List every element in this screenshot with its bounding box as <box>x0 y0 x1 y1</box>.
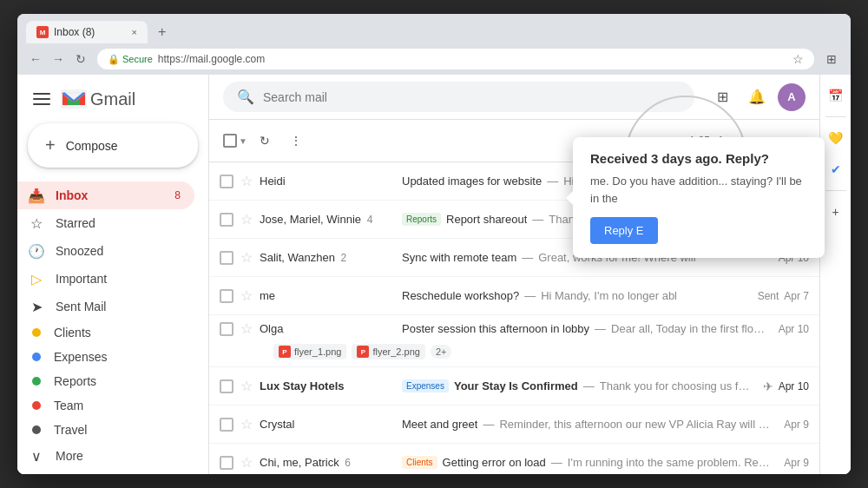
email-star[interactable]: ☆ <box>240 249 253 266</box>
right-keep-icon[interactable]: 💛 <box>824 126 848 150</box>
email-star[interactable]: ☆ <box>240 287 253 304</box>
user-avatar[interactable]: A <box>778 83 806 111</box>
tab-bar: M Inbox (8) × + <box>26 21 842 43</box>
sidebar-item-sent[interactable]: ➤ Sent Mail <box>17 293 194 320</box>
clients-dot <box>32 328 41 337</box>
tag-badge-reports: Reports <box>402 213 441 226</box>
sidebar-item-more[interactable]: ∨ More <box>17 442 194 470</box>
attachment-chip[interactable]: P flyer_1.png <box>273 344 346 359</box>
sidebar-label-inbox: Inbox <box>56 188 164 202</box>
nav-refresh-btn[interactable]: ↻ <box>71 49 90 69</box>
sidebar-item-travel[interactable]: Travel <box>17 418 194 442</box>
extensions-btn[interactable]: ⊞ <box>821 49 842 69</box>
email-star[interactable]: ☆ <box>240 320 253 337</box>
bookmark-icon[interactable]: ☆ <box>792 52 804 66</box>
browser-actions: ⊞ <box>821 49 842 69</box>
email-star[interactable]: ☆ <box>240 416 253 432</box>
right-tasks-icon[interactable]: ✔ <box>824 157 848 181</box>
nav-buttons: ← → ↻ <box>26 49 90 69</box>
apps-btn[interactable]: ⊞ <box>708 83 736 111</box>
sidebar-item-starred[interactable]: ☆ Starred <box>17 209 194 237</box>
email-star[interactable]: ☆ <box>240 211 253 228</box>
gmail-tab[interactable]: M Inbox (8) × <box>26 21 148 43</box>
email-checkbox[interactable] <box>220 213 233 227</box>
email-subject: Your Stay Is Confirmed <box>454 379 578 392</box>
tab-close-btn[interactable]: × <box>132 27 137 37</box>
email-sender: Crystal <box>260 418 398 431</box>
right-calendar-icon[interactable]: 📅 <box>824 83 848 108</box>
sidebar-item-important[interactable]: ▷ Important <box>17 265 194 293</box>
email-checkbox[interactable] <box>220 289 233 303</box>
email-row[interactable]: ☆ me Reschedule workshop? — Hi Mandy, I'… <box>209 277 819 315</box>
sidebar-label-reports: Reports <box>54 374 181 388</box>
email-checkbox[interactable] <box>220 379 233 393</box>
email-sender: Lux Stay Hotels <box>260 379 398 392</box>
sidebar: Gmail + Compose 📥 Inbox 8 ☆ Starred 🕐 Sn… <box>17 75 208 474</box>
search-input[interactable] <box>263 90 681 104</box>
email-checkbox[interactable] <box>220 175 233 188</box>
email-meta: ✈ Apr 10 <box>763 379 809 393</box>
email-date: Apr 7 <box>784 290 809 302</box>
email-subject: Sync with remote team <box>402 251 516 264</box>
gmail-logo-text: Gmail <box>90 89 135 109</box>
right-add-icon[interactable]: + <box>824 200 848 224</box>
more-icon: ∨ <box>28 447 45 465</box>
search-bar[interactable]: 🔍 <box>223 82 694 112</box>
email-row[interactable]: ☆ Olga Poster session this afternoon in … <box>209 315 819 367</box>
reply-button[interactable]: Reply E <box>590 217 658 244</box>
email-star[interactable]: ☆ <box>240 378 253 394</box>
nav-forward-btn[interactable]: → <box>49 49 68 69</box>
email-content: Meet and greet — Reminder, this afternoo… <box>402 418 773 431</box>
send-label: Sent <box>758 290 779 302</box>
sidebar-item-clients[interactable]: Clients <box>17 320 194 345</box>
email-meta: Sent Apr 7 <box>758 290 809 302</box>
email-row[interactable]: ☆ Crystal Meet and greet — Reminder, thi… <box>209 406 819 444</box>
pdf-icon: P <box>357 346 369 358</box>
email-row[interactable]: ☆ Chi, me, Patrick 6 Clients Getting err… <box>209 444 819 474</box>
notifications-btn[interactable]: 🔔 <box>743 83 771 111</box>
email-date: Apr 9 <box>784 457 809 469</box>
email-star[interactable]: ☆ <box>240 173 253 189</box>
email-date: Apr 10 <box>779 380 809 392</box>
email-sender: Chi, me, Patrick 6 <box>260 456 398 469</box>
flight-icon: ✈ <box>763 379 773 393</box>
starred-icon: ☆ <box>28 214 45 232</box>
email-date: Apr 10 <box>779 323 809 335</box>
attachment-chip[interactable]: P flyer_2.png <box>352 344 424 359</box>
email-checkbox[interactable] <box>220 456 233 470</box>
email-checkbox[interactable] <box>220 418 233 432</box>
sidebar-item-team[interactable]: Team <box>17 393 194 418</box>
more-options-btn[interactable]: ⋮ <box>282 127 310 155</box>
hamburger-menu-btn[interactable] <box>31 89 52 109</box>
email-row[interactable]: ☆ Lux Stay Hotels Expenses Your Stay Is … <box>209 367 819 406</box>
sidebar-item-inbox[interactable]: 📥 Inbox 8 <box>17 181 194 209</box>
email-subject: Poster session this afternoon in lobby <box>402 322 589 335</box>
sidebar-label-starred: Starred <box>56 216 181 230</box>
email-checkbox[interactable] <box>220 322 233 336</box>
tooltip-popup: Received 3 days ago. Reply? me. Do you h… <box>573 137 825 258</box>
checkbox-arrow[interactable]: ▼ <box>239 136 247 146</box>
gmail-header: 🔍 ⊞ 🔔 A <box>209 75 819 120</box>
attachment-count-badge: 2+ <box>431 345 452 359</box>
email-checkbox[interactable] <box>220 251 233 265</box>
sidebar-item-snoozed[interactable]: 🕐 Snoozed <box>17 237 194 265</box>
email-meta: Apr 9 <box>784 419 809 431</box>
email-subject: Report shareout <box>446 213 527 226</box>
new-tab-btn[interactable]: + <box>151 21 173 43</box>
email-sender: Jose, Mariel, Winnie 4 <box>260 213 398 226</box>
address-bar-row: ← → ↻ 🔒 Secure https://mail.google.com ☆… <box>17 43 851 75</box>
address-bar[interactable]: 🔒 Secure https://mail.google.com ☆ <box>97 49 814 69</box>
sidebar-item-expenses[interactable]: Expenses <box>17 345 194 369</box>
important-icon: ▷ <box>28 270 45 287</box>
sidebar-item-reports[interactable]: Reports <box>17 369 194 393</box>
compose-button[interactable]: + Compose <box>28 123 198 168</box>
select-all-checkbox[interactable]: ▼ <box>223 134 247 148</box>
compose-plus-icon: + <box>45 135 56 155</box>
tag-badge-clients: Clients <box>402 456 437 469</box>
email-star[interactable]: ☆ <box>240 454 253 471</box>
refresh-btn[interactable]: ↻ <box>251 127 279 155</box>
email-count: 2 <box>341 252 347 264</box>
gmail-logo-icon <box>61 89 87 109</box>
email-date: Apr 9 <box>784 419 809 431</box>
nav-back-btn[interactable]: ← <box>26 49 45 69</box>
